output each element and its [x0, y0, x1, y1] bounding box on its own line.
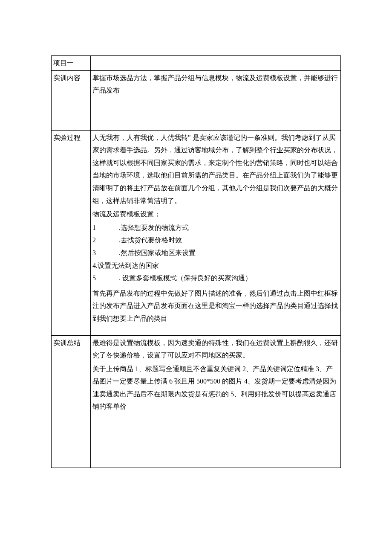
step-num: 1: [92, 221, 98, 234]
step-text: .然后按国家或地区来设置: [119, 249, 196, 256]
table-row: 实训内容 掌握市场选品方法，掌握产品分组与信息模块，物流及运费模板设置，并能够进…: [52, 70, 341, 130]
table-row: 实验过程 人无我有，人有我优，人优我转" 是卖家应该谨记的一条准则。我们考虑到了…: [52, 130, 341, 335]
row-content-experiment-process: 人无我有，人有我优，人优我转" 是卖家应该谨记的一条准则。我们考虑到了从买家的需…: [91, 130, 341, 335]
step-text: .去找货代要价格时效: [119, 236, 182, 244]
step-num: 2: [92, 234, 98, 247]
table-row: 实训总结 最难得是设置物流模板，因为速卖通的特殊性，我们在运费设置上斟酌很久，还…: [52, 335, 341, 468]
row-content-project: [91, 56, 341, 71]
table-row: 项目一: [52, 56, 341, 71]
step-num: 3: [92, 247, 98, 259]
step-text: . 设置多套模板模式（保持良好的买家沟通）: [119, 274, 252, 282]
step-3: 3.然后按国家或地区来设置: [92, 247, 339, 259]
row-label-experiment-process: 实验过程: [52, 130, 91, 335]
row-label-training-content: 实训内容: [52, 70, 91, 130]
step-num: 5: [92, 272, 98, 285]
report-table: 项目一 实训内容 掌握市场选品方法，掌握产品分组与信息模块，物流及运费模板设置，…: [51, 55, 341, 468]
step-1: 1.选择想要发的物流方式: [92, 221, 339, 234]
step-4: 4.设置无法到达的国家: [92, 259, 339, 272]
row-content-training-summary: 最难得是设置物流模板，因为速卖通的特殊性，我们在运费设置上斟酌很久，还研究了各快…: [91, 335, 341, 468]
row-content-training-content: 掌握市场选品方法，掌握产品分组与信息模块，物流及运费模板设置，并能够进行产品发布: [91, 70, 341, 130]
template-header: 物流及运费模板设置；: [92, 208, 339, 221]
step-5: 5. 设置多套模板模式（保持良好的买家沟通）: [92, 272, 339, 285]
summary-p1: 最难得是设置物流模板，因为速卖通的特殊性，我们在运费设置上斟酌很久，还研究了各快…: [92, 337, 339, 362]
training-content-text: 掌握市场选品方法，掌握产品分组与信息模块，物流及运费模板设置，并能够进行产品发布: [92, 72, 339, 97]
step-text: .选择想要发的物流方式: [119, 224, 189, 231]
step-2: 2.去找货代要价格时效: [92, 234, 339, 247]
row-label-project: 项目一: [52, 56, 91, 71]
summary-p2: 关于上传商品 1、标题写全通顺且不含重复关键词 2、产品关键词定位精准 3、产品…: [92, 363, 339, 413]
experiment-intro: 人无我有，人有我优，人优我转" 是卖家应该谨记的一条准则。我们考虑到了从买家的需…: [92, 131, 339, 207]
row-label-training-summary: 实训总结: [52, 335, 91, 468]
experiment-closing: 首先再产品发布的过程中先做好了图片描述的准备，然后们通过点击上图中红框标注的发布…: [92, 287, 339, 325]
